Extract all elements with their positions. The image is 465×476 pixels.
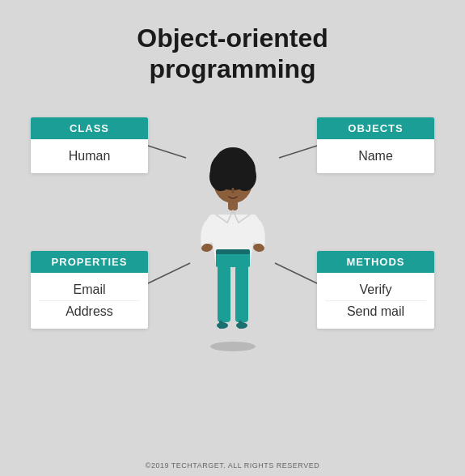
objects-card: OBJECTS Name [317, 117, 434, 173]
properties-card: PROPERTIES Email Address [31, 251, 148, 329]
svg-rect-8 [219, 321, 222, 329]
svg-rect-6 [235, 266, 248, 322]
person-figure [180, 89, 285, 356]
class-card-item: Human [39, 146, 140, 167]
svg-rect-5 [218, 266, 230, 322]
svg-point-21 [224, 182, 229, 187]
methods-card-body: Verify Send mail [317, 273, 434, 329]
methods-card-item-0: Verify [325, 279, 426, 300]
objects-card-body: Name [317, 139, 434, 173]
page-title: Object-oriented programming [137, 23, 328, 85]
methods-card-item-1: Send mail [325, 300, 426, 322]
svg-point-20 [215, 147, 251, 176]
footer-text: ©2019 TECHTARGET. ALL RIGHTS RESERVED [146, 461, 319, 476]
svg-rect-12 [216, 249, 250, 254]
class-card-header: CLASS [31, 117, 148, 139]
svg-rect-10 [239, 321, 242, 329]
objects-card-header: OBJECTS [317, 117, 434, 139]
diagram-area: CLASS Human OBJECTS Name PROPERTIES Emai… [0, 93, 465, 461]
svg-point-22 [237, 182, 242, 187]
properties-card-item-0: Email [39, 279, 140, 300]
methods-card: METHODS Verify Send mail [317, 251, 434, 329]
svg-point-4 [210, 342, 256, 351]
methods-card-header: METHODS [317, 251, 434, 273]
class-card: CLASS Human [31, 117, 148, 173]
objects-card-item: Name [325, 146, 426, 167]
properties-card-header: PROPERTIES [31, 251, 148, 273]
properties-card-item-1: Address [39, 300, 140, 322]
class-card-body: Human [31, 139, 148, 173]
properties-card-body: Email Address [31, 273, 148, 329]
